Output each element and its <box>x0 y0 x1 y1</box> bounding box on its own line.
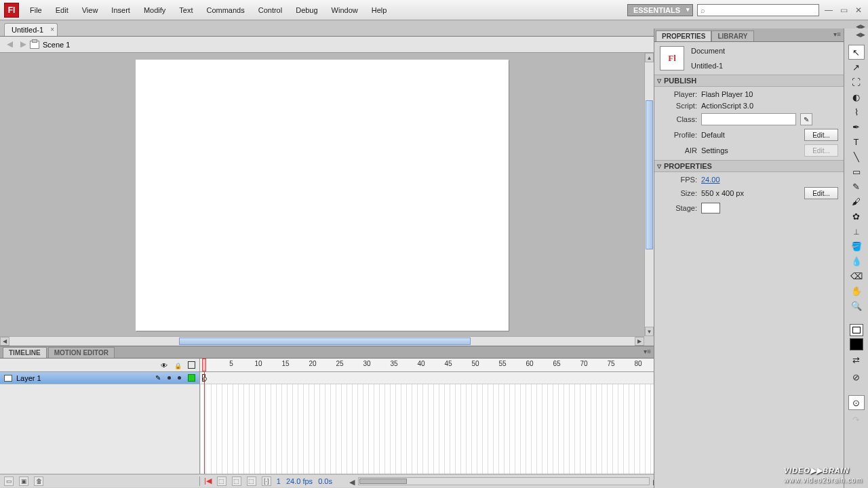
scroll-thumb[interactable] <box>179 338 471 345</box>
lock-icon[interactable] <box>174 361 182 369</box>
delete-layer-button[interactable]: 🗑 <box>34 476 43 486</box>
playhead[interactable] <box>202 359 206 371</box>
menu-window[interactable]: Window <box>325 2 365 18</box>
scroll-left-icon[interactable]: ◀ <box>0 337 9 346</box>
3d-rotate-tool[interactable]: ◐ <box>848 89 865 104</box>
close-button[interactable]: ✕ <box>853 5 864 15</box>
eyedropper-tool[interactable]: 💧 <box>848 253 865 268</box>
onion-outlines-button[interactable]: ⬚ <box>232 476 241 486</box>
panel-menu-icon[interactable]: ▾≡ <box>644 348 651 355</box>
bone-tool[interactable]: ⟂ <box>848 224 865 239</box>
stage-workarea: ▲ ▼ ◀ ▶ <box>0 53 654 346</box>
rectangle-tool[interactable]: ▭ <box>848 164 865 179</box>
onion-skin-button[interactable]: ⬚ <box>217 476 226 486</box>
frame-rate: 24.0 fps <box>286 477 313 485</box>
lock-dot[interactable] <box>178 376 181 380</box>
text-tool[interactable]: T <box>848 134 865 149</box>
lasso-tool[interactable]: ⌇ <box>848 104 865 119</box>
stroke-color-swatch[interactable] <box>850 324 863 336</box>
app-icon: Fl <box>4 3 19 18</box>
tab-motion-editor[interactable]: MOTION EDITOR <box>48 347 115 358</box>
free-transform-tool[interactable]: ⛶ <box>848 75 865 89</box>
zoom-tool[interactable]: 🔍 <box>848 298 865 313</box>
menu-view[interactable]: View <box>75 2 105 18</box>
visibility-dot[interactable] <box>167 376 171 380</box>
snap-option-icon[interactable]: ⊙ <box>848 395 865 410</box>
menubar: Fl FileEditViewInsertModifyTextCommandsC… <box>0 0 868 20</box>
menu-help[interactable]: Help <box>365 2 394 18</box>
outline-color-swatch[interactable] <box>188 374 195 382</box>
scroll-thumb[interactable] <box>359 479 407 484</box>
frames-area[interactable] <box>200 372 654 474</box>
visibility-icon[interactable] <box>161 361 169 369</box>
menu-file[interactable]: File <box>23 2 49 18</box>
new-layer-button[interactable]: ▭ <box>4 476 14 486</box>
layer-row[interactable]: Layer 1 ✎ <box>0 372 199 384</box>
eraser-tool[interactable]: ⌫ <box>848 268 865 283</box>
tab-timeline[interactable]: TIMELINE <box>3 347 47 358</box>
fill-color-swatch[interactable] <box>850 338 863 350</box>
class-input[interactable] <box>701 113 796 125</box>
line-tool[interactable]: ╲ <box>848 149 865 164</box>
edit-profile-button[interactable]: Edit... <box>804 129 838 141</box>
brush-tool[interactable]: 🖌 <box>848 194 865 209</box>
layer-list: Layer 1 ✎ <box>0 372 200 474</box>
ruler-number: 70 <box>580 360 587 367</box>
scroll-down-icon[interactable]: ▼ <box>645 327 654 336</box>
tab-library[interactable]: LIBRARY <box>711 30 753 41</box>
subselection-tool[interactable]: ↗ <box>848 60 865 75</box>
modify-markers-button[interactable]: [·] <box>262 476 271 486</box>
tab-properties[interactable]: PROPERTIES <box>656 30 711 41</box>
new-folder-button[interactable]: ▣ <box>19 476 28 486</box>
maximize-button[interactable]: ▭ <box>838 5 849 15</box>
swap-colors-icon[interactable]: ⇄ <box>848 352 865 367</box>
timeline-footer: ▭ ▣ 🗑 |◀ ⬚ ⬚ ⬚ [·] 1 24.0 fps 0.0s ◀ ▶ <box>0 474 654 487</box>
document-tab[interactable]: Untitled-1 × <box>4 23 58 36</box>
edit-class-button[interactable]: ✎ <box>800 113 812 125</box>
ruler-number: 5 <box>229 360 233 367</box>
workspace-switcher[interactable]: ESSENTIALS <box>627 4 693 16</box>
stage-color-swatch[interactable] <box>701 203 720 214</box>
section-properties[interactable]: ▽ PROPERTIES <box>654 160 844 172</box>
nav-back-icon: ⯇ <box>7 41 14 49</box>
paint-bucket-tool[interactable]: 🪣 <box>848 239 865 253</box>
menu-text[interactable]: Text <box>172 2 199 18</box>
frame-ruler[interactable]: 5101520253035404550556065707580 <box>200 359 654 371</box>
deco-tool[interactable]: ✿ <box>848 209 865 224</box>
edit-multiple-button[interactable]: ⬚ <box>247 476 256 486</box>
selection-tool[interactable]: ↖ <box>848 45 865 60</box>
collapse-icon[interactable]: ◀▶ <box>856 31 865 38</box>
scroll-up-icon[interactable]: ▲ <box>645 53 654 62</box>
pencil-tool[interactable]: ✎ <box>848 179 865 194</box>
panel-menu-icon[interactable]: ▾≡ <box>833 30 841 38</box>
search-input[interactable] <box>697 4 819 16</box>
no-color-icon[interactable]: ⊘ <box>848 369 865 384</box>
menu-commands[interactable]: Commands <box>199 2 251 18</box>
menu-edit[interactable]: Edit <box>49 2 75 18</box>
outline-icon[interactable] <box>188 361 195 369</box>
scroll-thumb[interactable] <box>646 100 653 249</box>
elapsed-time: 0.0s <box>318 477 332 485</box>
menu-modify[interactable]: Modify <box>137 2 172 18</box>
scroll-right-icon[interactable]: ▶ <box>635 337 644 346</box>
close-icon[interactable]: × <box>50 26 54 33</box>
menu-control[interactable]: Control <box>252 2 289 18</box>
timeline-hscroll[interactable]: ◀ ▶ <box>358 477 650 485</box>
vertical-scrollbar[interactable]: ▲ ▼ <box>644 53 654 336</box>
edit-size-button[interactable]: Edit... <box>804 187 838 199</box>
hand-tool[interactable]: ✋ <box>848 283 865 298</box>
ruler-number: 45 <box>444 360 452 367</box>
pencil-icon: ✎ <box>155 374 161 382</box>
fps-value[interactable]: 24.00 <box>701 176 720 184</box>
stage-canvas[interactable] <box>136 60 509 331</box>
ruler-number: 15 <box>281 360 289 367</box>
menu-debug[interactable]: Debug <box>289 2 324 18</box>
minimize-button[interactable]: ― <box>823 5 834 15</box>
layer-header <box>0 359 200 371</box>
horizontal-scrollbar[interactable]: ◀ ▶ <box>0 336 644 346</box>
tool-option-icon[interactable]: ↷ <box>848 412 865 427</box>
pen-tool[interactable]: ✒ <box>848 119 865 134</box>
section-publish[interactable]: ▽ PUBLISH <box>654 75 844 87</box>
menu-insert[interactable]: Insert <box>104 2 137 18</box>
scroll-left-icon[interactable]: ◀ <box>349 478 355 487</box>
